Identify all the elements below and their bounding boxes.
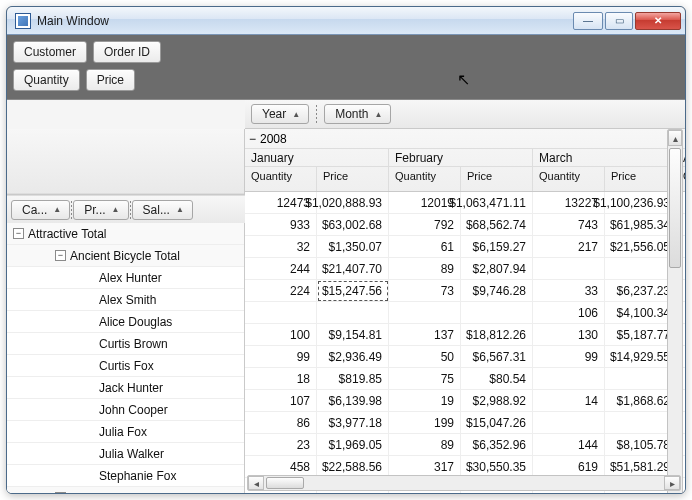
filter-customer[interactable]: Customer <box>13 41 87 63</box>
data-cell[interactable]: 75 <box>389 368 461 390</box>
data-cell[interactable]: 743 <box>533 214 605 236</box>
row-dim-category[interactable]: Ca... ▲ <box>11 200 70 220</box>
data-cell[interactable]: 217 <box>533 236 605 258</box>
month-header[interactable]: March <box>533 149 677 167</box>
row-label[interactable]: −Attractive Total <box>7 223 244 245</box>
scroll-left-icon[interactable]: ◂ <box>248 476 264 490</box>
data-cell[interactable]: 99 <box>245 346 317 368</box>
data-cell[interactable]: $2,807.94 <box>461 258 533 280</box>
data-cell[interactable] <box>533 258 605 280</box>
vertical-scrollbar[interactable]: ▴ ▾ <box>667 129 683 493</box>
row-label[interactable]: Julia Walker <box>7 443 244 465</box>
data-cell[interactable]: $63,002.68 <box>317 214 389 236</box>
data-cell[interactable]: $6,352.96 <box>461 434 533 456</box>
data-cell[interactable] <box>533 368 605 390</box>
collapse-icon[interactable]: − <box>13 228 24 239</box>
data-cell[interactable]: $15,247.56 <box>317 280 389 302</box>
measure-header[interactable]: Price <box>461 167 533 191</box>
collapse-icon[interactable]: − <box>55 250 66 261</box>
measure-header[interactable]: Quantity <box>533 167 605 191</box>
row-label[interactable]: John Cooper <box>7 399 244 421</box>
data-cell[interactable]: 100 <box>245 324 317 346</box>
scroll-thumb[interactable] <box>669 148 681 268</box>
scroll-up-icon[interactable]: ▴ <box>668 130 682 146</box>
collapse-icon[interactable]: − <box>249 132 256 146</box>
data-cell[interactable]: 73 <box>389 280 461 302</box>
data-cell[interactable] <box>317 302 389 324</box>
month-header[interactable]: January <box>245 149 389 167</box>
row-label[interactable]: Alex Smith <box>7 289 244 311</box>
data-cell[interactable]: 137 <box>389 324 461 346</box>
row-field-area[interactable] <box>7 129 244 195</box>
filter-order-id[interactable]: Order ID <box>93 41 161 63</box>
data-cell[interactable]: $9,154.81 <box>317 324 389 346</box>
data-cell[interactable]: 18 <box>245 368 317 390</box>
data-cell[interactable] <box>389 302 461 324</box>
column-dim-month[interactable]: Month ▲ <box>324 104 391 124</box>
horizontal-scrollbar[interactable]: ◂ ▸ <box>247 475 681 491</box>
data-cell[interactable] <box>461 302 533 324</box>
data-cell[interactable] <box>245 302 317 324</box>
data-cell[interactable]: $1,063,471.11 <box>461 192 533 214</box>
data-cell[interactable]: $6,139.98 <box>317 390 389 412</box>
data-cell[interactable]: 244 <box>245 258 317 280</box>
data-cell[interactable]: $6,159.27 <box>461 236 533 258</box>
row-label[interactable]: Stephanie Fox <box>7 465 244 487</box>
row-label[interactable]: Curtis Fox <box>7 355 244 377</box>
data-cell[interactable]: $68,562.74 <box>461 214 533 236</box>
maximize-button[interactable]: ▭ <box>605 12 633 30</box>
data-cell[interactable]: 33 <box>533 280 605 302</box>
data-cell[interactable]: 86 <box>245 412 317 434</box>
data-cell[interactable]: $15,047.26 <box>461 412 533 434</box>
minimize-button[interactable]: — <box>573 12 603 30</box>
data-cell[interactable]: 19 <box>389 390 461 412</box>
row-label[interactable]: Alex Hunter <box>7 267 244 289</box>
data-cell[interactable]: 14 <box>533 390 605 412</box>
row-label[interactable]: Julia Fox <box>7 421 244 443</box>
scroll-right-icon[interactable]: ▸ <box>664 476 680 490</box>
data-cell[interactable]: 99 <box>533 346 605 368</box>
data-cell[interactable]: 144 <box>533 434 605 456</box>
data-cell[interactable]: $1,350.07 <box>317 236 389 258</box>
titlebar[interactable]: Main Window — ▭ ✕ <box>7 7 685 35</box>
data-cell[interactable]: $819.85 <box>317 368 389 390</box>
row-label[interactable]: −Astonishing Bicycle Total <box>7 487 244 493</box>
month-header[interactable]: February <box>389 149 533 167</box>
collapse-icon[interactable]: − <box>55 492 66 493</box>
row-dim-product[interactable]: Pr... ▲ <box>73 200 128 220</box>
data-cell[interactable]: $1,020,888.93 <box>317 192 389 214</box>
data-cell[interactable]: 199 <box>389 412 461 434</box>
data-cell[interactable]: 107 <box>245 390 317 412</box>
column-dim-year[interactable]: Year ▲ <box>251 104 309 124</box>
scroll-thumb[interactable] <box>266 477 304 489</box>
data-cell[interactable]: $2,988.92 <box>461 390 533 412</box>
filter-quantity[interactable]: Quantity <box>13 69 80 91</box>
data-cell[interactable]: 224 <box>245 280 317 302</box>
scroll-track[interactable] <box>668 146 682 493</box>
data-cell[interactable] <box>533 412 605 434</box>
data-cell[interactable]: $6,567.31 <box>461 346 533 368</box>
data-cell[interactable]: 61 <box>389 236 461 258</box>
scroll-track[interactable] <box>264 476 664 490</box>
close-button[interactable]: ✕ <box>635 12 681 30</box>
measure-header[interactable]: Quantity <box>245 167 317 191</box>
data-cell[interactable]: $9,746.28 <box>461 280 533 302</box>
data-cell[interactable]: 106 <box>533 302 605 324</box>
data-cell[interactable]: 89 <box>389 434 461 456</box>
data-cell[interactable]: $80.54 <box>461 368 533 390</box>
data-cell[interactable]: $1,969.05 <box>317 434 389 456</box>
measure-header[interactable]: Price <box>317 167 389 191</box>
row-label[interactable]: Alice Douglas <box>7 311 244 333</box>
filter-price[interactable]: Price <box>86 69 135 91</box>
data-cell[interactable]: 89 <box>389 258 461 280</box>
data-cell[interactable]: $21,407.70 <box>317 258 389 280</box>
data-cell[interactable]: 933 <box>245 214 317 236</box>
data-cell[interactable]: 50 <box>389 346 461 368</box>
row-dim-sales[interactable]: Sal... ▲ <box>132 200 193 220</box>
data-cell[interactable]: $3,977.18 <box>317 412 389 434</box>
data-cell[interactable]: 23 <box>245 434 317 456</box>
data-cell[interactable]: $2,936.49 <box>317 346 389 368</box>
row-label[interactable]: Curtis Brown <box>7 333 244 355</box>
column-field-area[interactable]: Year ▲ Month ▲ <box>245 100 685 129</box>
row-label[interactable]: −Ancient Bicycle Total <box>7 245 244 267</box>
